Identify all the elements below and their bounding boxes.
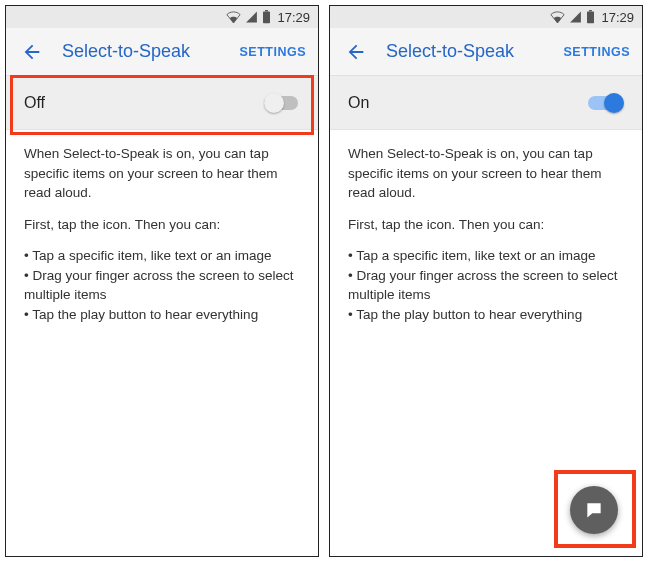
desc-paragraph-1: When Select-to-Speak is on, you can tap …: [348, 144, 624, 203]
signal-icon: [245, 11, 258, 23]
svg-rect-1: [266, 10, 269, 11]
desc-bullet-3: Tap the play button to hear everything: [24, 305, 300, 325]
toggle-label: Off: [24, 94, 264, 112]
signal-icon: [569, 11, 582, 23]
wifi-icon: [226, 11, 241, 23]
settings-button[interactable]: SETTINGS: [563, 45, 630, 59]
master-toggle-switch[interactable]: [264, 93, 300, 113]
desc-bullet-3: Tap the play button to hear everything: [348, 305, 624, 325]
wifi-icon: [550, 11, 565, 23]
app-bar: Select-to-Speak SETTINGS: [6, 28, 318, 76]
desc-bullet-2: Drag your finger across the screen to se…: [24, 266, 300, 305]
toggle-label: On: [348, 94, 588, 112]
page-title: Select-to-Speak: [62, 41, 239, 62]
status-time: 17:29: [601, 10, 634, 25]
master-toggle-row[interactable]: Off: [6, 76, 318, 130]
phone-screen-off-state: 17:29 Select-to-Speak SETTINGS Off When …: [5, 5, 319, 557]
desc-bullet-1: Tap a specific item, like text or an ima…: [24, 246, 300, 266]
desc-bullets: Tap a specific item, like text or an ima…: [348, 246, 624, 324]
desc-paragraph-2: First, tap the icon. Then you can:: [24, 215, 300, 235]
speech-bubble-icon: [584, 500, 604, 520]
desc-bullet-1: Tap a specific item, like text or an ima…: [348, 246, 624, 266]
desc-paragraph-2: First, tap the icon. Then you can:: [348, 215, 624, 235]
app-bar: Select-to-Speak SETTINGS: [330, 28, 642, 76]
description-text: When Select-to-Speak is on, you can tap …: [330, 130, 642, 339]
back-button[interactable]: [342, 38, 370, 66]
desc-paragraph-1: When Select-to-Speak is on, you can tap …: [24, 144, 300, 203]
status-bar: 17:29: [330, 6, 642, 28]
master-toggle-row[interactable]: On: [330, 76, 642, 130]
svg-rect-0: [263, 11, 270, 23]
page-title: Select-to-Speak: [386, 41, 563, 62]
battery-icon: [262, 10, 271, 24]
desc-bullet-2: Drag your finger across the screen to se…: [348, 266, 624, 305]
desc-bullets: Tap a specific item, like text or an ima…: [24, 246, 300, 324]
battery-icon: [586, 10, 595, 24]
back-button[interactable]: [18, 38, 46, 66]
svg-rect-2: [587, 11, 594, 23]
description-text: When Select-to-Speak is on, you can tap …: [6, 130, 318, 339]
phone-screen-on-state: 17:29 Select-to-Speak SETTINGS On When S…: [329, 5, 643, 557]
status-bar: 17:29: [6, 6, 318, 28]
master-toggle-switch[interactable]: [588, 93, 624, 113]
status-time: 17:29: [277, 10, 310, 25]
settings-button[interactable]: SETTINGS: [239, 45, 306, 59]
svg-rect-3: [590, 10, 593, 11]
select-to-speak-fab[interactable]: [570, 486, 618, 534]
